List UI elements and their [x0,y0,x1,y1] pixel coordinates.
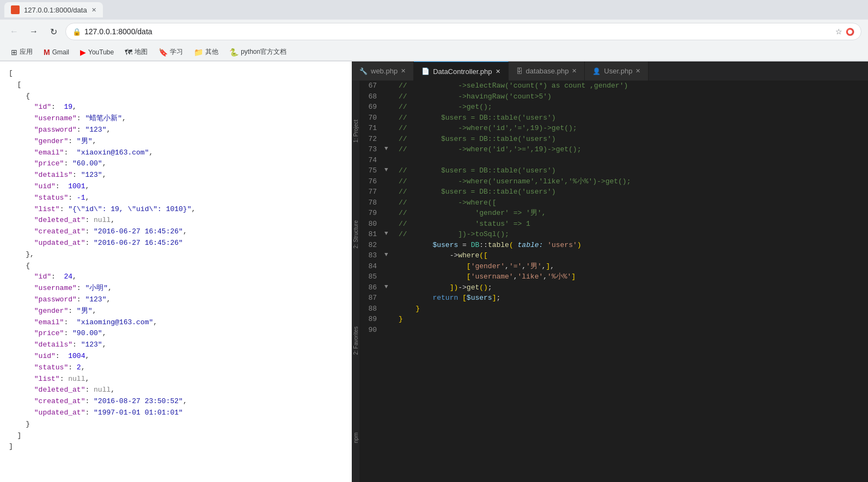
code-line-88: } [399,304,868,314]
bookmark-apps[interactable]: ⊞ 应用 [7,45,37,59]
code-line-87: return [$users]; [399,293,868,304]
code-line-81: // ])->toSql(); [399,229,868,240]
gmail-icon: M [44,48,50,57]
tab-user-label: User.php [604,67,632,75]
activity-label-npm[interactable]: npm [353,432,359,443]
bookmark-study-label: 学习 [170,47,183,57]
gutter-collapse-83[interactable]: ▼ [384,250,388,259]
folder-icon: 📁 [194,48,203,57]
code-line-82: $users = DB::table( table: 'users') [399,240,868,251]
code-line-70: // $users = DB::table('users') [399,113,868,123]
tab-database[interactable]: 🗄 database.php ✕ [509,61,585,81]
browser-chrome: 127.0.0.1:8000/data ✕ ← → ↻ 🔒 127.0.0.1:… [0,0,868,61]
line-numbers: 6768697071 7273747576 7778798081 8283848… [359,81,383,482]
code-lines: // ->selectRaw('count(*) as count ,gende… [394,81,868,482]
code-line-84: ['gender','=','男',], [399,261,868,272]
code-line-67: // ->selectRaw('count(*) as count ,gende… [399,81,868,91]
datacontroller-file-icon: 📄 [421,67,430,75]
tab-user[interactable]: 👤 User.php ✕ [585,61,649,81]
tab-web[interactable]: 🔧 web.php ✕ [352,61,414,81]
bookmark-study[interactable]: 🔖 学习 [154,45,187,59]
web-file-icon: 🔧 [359,67,368,75]
code-line-83: ->where([ [399,250,868,261]
bookmark-python[interactable]: 🐍 python官方文档 [225,45,291,59]
tab-close-button[interactable]: ✕ [91,7,96,14]
apps-icon: ⊞ [11,48,17,57]
activity-label-structure[interactable]: 2: Structure [353,220,359,249]
bookmark-maps-label: 地图 [135,47,148,57]
tab-database-close[interactable]: ✕ [572,67,577,75]
bookmark-gmail-label: Gmail [52,48,69,56]
study-icon: 🔖 [158,48,168,57]
opera-icon: ⭕ [846,28,854,36]
bookmark-youtube[interactable]: ▶ YouTube [76,46,118,59]
tab-title: 127.0.0.1:8000/data [24,6,87,14]
code-line-85: ['username','like','%小%'] [399,271,868,282]
forward-button[interactable]: → [26,24,41,39]
tab-user-close[interactable]: ✕ [635,67,640,75]
code-line-79: // 'gender' => '男', [399,208,868,219]
editor-panel: 🔧 web.php ✕ 📄 DataController.php ✕ 🗄 dat… [352,61,868,482]
bookmark-python-label: python官方文档 [241,47,286,57]
lock-icon: 🔒 [72,28,81,36]
browser-toolbar: ← → ↻ 🔒 127.0.0.1:8000/data ☆ ⭕ [0,20,868,44]
url-text: 127.0.0.1:8000/data [84,27,832,36]
code-line-77: // $users = DB::table('users') [399,187,868,197]
database-file-icon: 🗄 [516,67,523,75]
bookmark-apps-label: 应用 [20,47,33,57]
code-line-75: // $users = DB::table('users') [399,165,868,176]
bookmark-other[interactable]: 📁 其他 [190,45,223,59]
activity-bar: 1: Project 2: Structure 2: Favorites npm [352,81,359,482]
tab-favicon [11,5,20,14]
browser-tabs: 127.0.0.1:8000/data ✕ [0,0,868,20]
maps-icon: 🗺 [125,48,132,57]
code-line-71: // ->where('id','=',19)->get(); [399,123,868,134]
browser-tab[interactable]: 127.0.0.1:8000/data ✕ [4,2,103,17]
code-line-76: // ->where('username','like','%小%')->get… [399,176,868,187]
code-area[interactable]: 6768697071 7273747576 7778798081 8283848… [359,81,868,482]
main-area: [ [ { "id": 19, "username": "蜡笔小新", "pas… [0,61,868,482]
code-line-73: // ->where('id','>=',19)->get(); [399,144,868,155]
editor-tabs: 🔧 web.php ✕ 📄 DataController.php ✕ 🗄 dat… [352,61,868,81]
editor-gutter: ▼ ▼ ▼ ▼ ▼ [383,81,394,482]
tab-datacontroller-label: DataController.php [433,67,492,76]
gutter-collapse-73[interactable]: ▼ [384,144,388,153]
user-file-icon: 👤 [592,67,601,75]
bookmark-star-icon[interactable]: ☆ [835,27,842,36]
code-line-89: } [399,314,868,325]
activity-label-project[interactable]: 1: Project [353,120,359,143]
gutter-collapse-81[interactable]: ▼ [384,229,388,238]
activity-label-favorites[interactable]: 2: Favorites [353,326,359,355]
editor-body: 1: Project 2: Structure 2: Favorites npm… [352,81,868,482]
code-line-72: // $users = DB::table('users') [399,134,868,145]
json-content: [ [ { "id": 19, "username": "蜡笔小新", "pas… [0,66,352,455]
json-panel[interactable]: [ [ { "id": 19, "username": "蜡笔小新", "pas… [0,61,352,482]
tab-database-label: database.php [526,67,569,75]
code-line-90 [399,325,868,336]
gutter-collapse-75[interactable]: ▼ [384,165,388,175]
code-line-78: // ->where([ [399,197,868,208]
bookmark-youtube-label: YouTube [88,48,114,56]
tab-web-label: web.php [371,67,398,75]
gutter-collapse-86[interactable]: ▼ [384,282,388,292]
bookmark-gmail[interactable]: M Gmail [39,46,74,59]
tab-datacontroller[interactable]: 📄 DataController.php ✕ [414,61,508,81]
bookmarks-bar: ⊞ 应用 M Gmail ▶ YouTube 🗺 地图 🔖 学习 📁 其他 🐍 … [0,44,868,61]
bookmark-maps[interactable]: 🗺 地图 [120,45,152,59]
reload-button[interactable]: ↻ [46,24,61,39]
tab-web-close[interactable]: ✕ [401,67,406,75]
tab-datacontroller-close[interactable]: ✕ [496,68,500,75]
youtube-icon: ▶ [80,48,86,57]
code-line-68: // ->havingRaw('count>5') [399,91,868,102]
back-button[interactable]: ← [7,24,22,39]
code-line-69: // ->get(); [399,102,868,113]
code-line-74 [399,155,868,166]
code-line-86: ])->get(); [399,282,868,293]
bookmark-other-label: 其他 [205,47,218,57]
python-icon: 🐍 [229,48,239,57]
code-line-80: // 'status' => 1 [399,219,868,230]
address-bar[interactable]: 🔒 127.0.0.1:8000/data ☆ ⭕ [65,23,861,40]
